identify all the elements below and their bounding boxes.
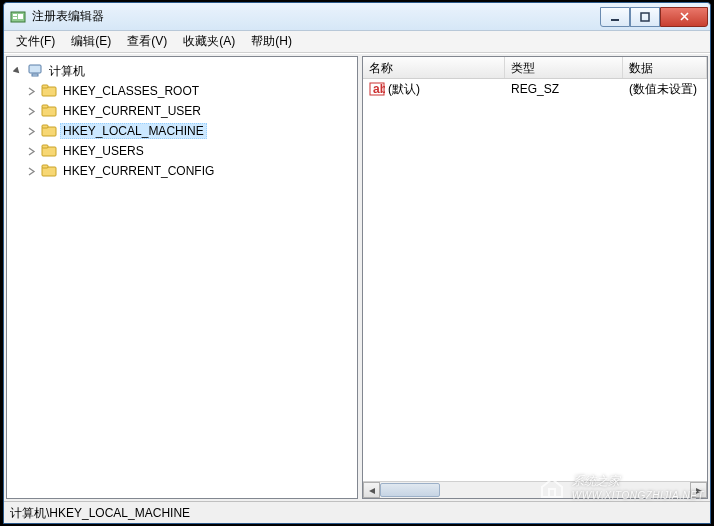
regedit-window: 注册表编辑器 文件(F) 编辑(E) 查看(V) 收藏夹(A) 帮助(H) 计算…	[3, 2, 711, 524]
tree-item[interactable]: HKEY_CURRENT_USER	[7, 101, 357, 121]
list-row[interactable]: ab (默认) REG_SZ (数值未设置)	[363, 79, 707, 99]
horizontal-scrollbar[interactable]: ◂ ▸	[363, 481, 707, 498]
tree-item[interactable]: HKEY_CLASSES_ROOT	[7, 81, 357, 101]
tree-item[interactable]: HKEY_LOCAL_MACHINE	[7, 121, 357, 141]
expand-icon[interactable]	[25, 125, 37, 137]
scroll-left-button[interactable]: ◂	[363, 482, 380, 498]
expand-icon[interactable]	[25, 105, 37, 117]
tree-root-label[interactable]: 计算机	[46, 62, 88, 81]
column-type[interactable]: 类型	[505, 57, 623, 78]
svg-rect-13	[42, 125, 48, 128]
minimize-button[interactable]	[600, 7, 630, 27]
computer-icon	[27, 63, 43, 79]
value-data: (数值未设置)	[623, 81, 707, 98]
tree-item-label[interactable]: HKEY_USERS	[60, 143, 147, 159]
svg-rect-9	[42, 85, 48, 88]
close-button[interactable]	[660, 7, 708, 27]
scroll-right-button[interactable]: ▸	[690, 482, 707, 498]
menu-help[interactable]: 帮助(H)	[243, 31, 300, 52]
svg-rect-3	[18, 14, 23, 19]
tree-item[interactable]: HKEY_CURRENT_CONFIG	[7, 161, 357, 181]
svg-rect-5	[641, 13, 649, 21]
svg-rect-6	[29, 65, 41, 73]
status-path: 计算机\HKEY_LOCAL_MACHINE	[10, 506, 190, 520]
tree-item-label[interactable]: HKEY_CURRENT_USER	[60, 103, 204, 119]
expand-icon[interactable]	[25, 145, 37, 157]
value-name: (默认)	[388, 82, 420, 96]
client-area: 计算机 HKEY_CLASSES_ROOT HKEY_CURRENT_USER …	[4, 53, 710, 501]
expand-icon[interactable]	[25, 85, 37, 97]
window-controls	[600, 7, 708, 27]
svg-text:ab: ab	[373, 82, 385, 96]
titlebar[interactable]: 注册表编辑器	[4, 3, 710, 31]
tree-item-label[interactable]: HKEY_CURRENT_CONFIG	[60, 163, 217, 179]
scroll-track[interactable]	[380, 482, 690, 498]
window-title: 注册表编辑器	[32, 8, 600, 25]
svg-rect-17	[42, 165, 48, 168]
menu-edit[interactable]: 编辑(E)	[63, 31, 119, 52]
tree-item[interactable]: HKEY_USERS	[7, 141, 357, 161]
list-header: 名称 类型 数据	[363, 57, 707, 79]
tree-pane[interactable]: 计算机 HKEY_CLASSES_ROOT HKEY_CURRENT_USER …	[6, 56, 358, 499]
menu-view[interactable]: 查看(V)	[119, 31, 175, 52]
svg-rect-7	[32, 74, 38, 76]
folder-icon	[41, 103, 57, 119]
folder-icon	[41, 123, 57, 139]
value-type: REG_SZ	[505, 82, 623, 96]
folder-icon	[41, 83, 57, 99]
tree-root[interactable]: 计算机	[7, 61, 357, 81]
svg-rect-2	[13, 17, 17, 19]
svg-rect-15	[42, 145, 48, 148]
svg-rect-1	[13, 14, 17, 16]
column-data[interactable]: 数据	[623, 57, 707, 78]
statusbar: 计算机\HKEY_LOCAL_MACHINE	[4, 501, 710, 523]
svg-rect-11	[42, 105, 48, 108]
scroll-thumb[interactable]	[380, 483, 440, 497]
string-value-icon: ab	[369, 81, 385, 97]
expand-icon[interactable]	[25, 165, 37, 177]
folder-icon	[41, 163, 57, 179]
maximize-button[interactable]	[630, 7, 660, 27]
menu-favorites[interactable]: 收藏夹(A)	[175, 31, 243, 52]
collapse-icon[interactable]	[11, 65, 23, 77]
menubar: 文件(F) 编辑(E) 查看(V) 收藏夹(A) 帮助(H)	[4, 31, 710, 53]
tree-item-label[interactable]: HKEY_LOCAL_MACHINE	[60, 123, 207, 139]
app-icon	[10, 9, 26, 25]
menu-file[interactable]: 文件(F)	[8, 31, 63, 52]
svg-rect-4	[611, 19, 619, 21]
list-body[interactable]: ab (默认) REG_SZ (数值未设置)	[363, 79, 707, 481]
list-pane: 名称 类型 数据 ab (默认) REG_SZ (数值未设置) ◂	[362, 56, 708, 499]
column-name[interactable]: 名称	[363, 57, 505, 78]
folder-icon	[41, 143, 57, 159]
tree-item-label[interactable]: HKEY_CLASSES_ROOT	[60, 83, 202, 99]
